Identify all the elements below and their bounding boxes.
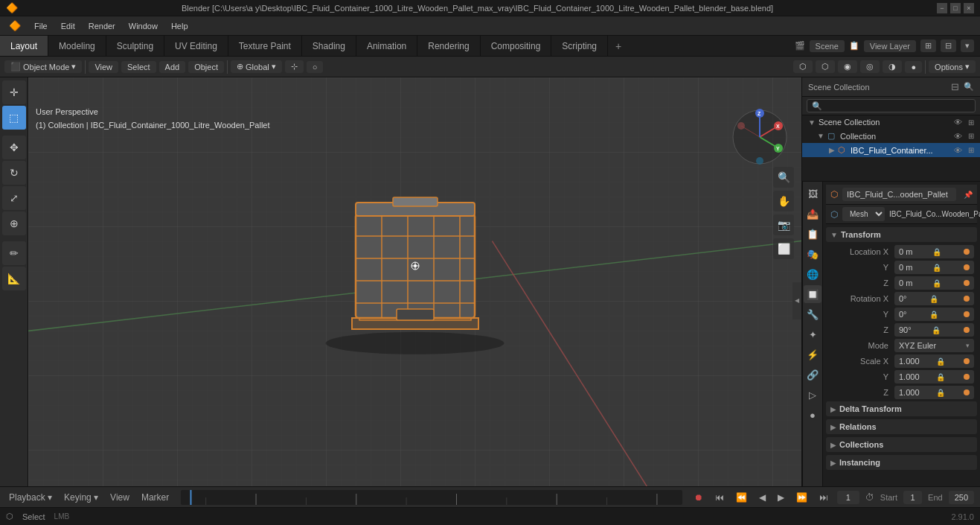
tab-rendering[interactable]: Rendering [417, 36, 480, 56]
shading-wireframe-button[interactable]: ◎ [860, 60, 880, 73]
rotation-y-keyframe[interactable] [964, 311, 970, 317]
navigation-gizmo[interactable]: X Y Z [730, 107, 790, 167]
object-pin-icon[interactable]: 📌 [964, 191, 973, 199]
obj-restrict-icon[interactable]: ⊞ [968, 146, 974, 154]
play-reverse-button[interactable]: ◀ [756, 491, 769, 504]
scale-z-keyframe[interactable] [964, 389, 970, 395]
current-frame-display[interactable]: 1 [837, 491, 859, 504]
scale-z-lock[interactable]: 🔒 [936, 389, 945, 397]
maximize-button[interactable]: □ [950, 3, 961, 13]
timeline-scrubber[interactable] [181, 490, 682, 505]
tab-shading[interactable]: Shading [302, 36, 356, 56]
gizmo-toggle-button[interactable]: ⬡ [793, 60, 813, 73]
jump-end-button[interactable]: ⏭ [816, 491, 831, 504]
collection-restrict-icon[interactable]: ⊞ [968, 132, 974, 140]
tab-uv-editing[interactable]: UV Editing [164, 36, 228, 56]
tab-compositing[interactable]: Compositing [481, 36, 552, 56]
snap-button[interactable]: ⊹ [285, 60, 304, 73]
scene-selector[interactable]: Scene [810, 40, 845, 52]
location-y-lock[interactable]: 🔒 [932, 264, 941, 272]
keying-menu-button[interactable]: Keying ▾ [61, 491, 101, 504]
transform-tool-button[interactable]: ⊕ [2, 211, 26, 235]
outliner-filter-button[interactable]: ⊟ [951, 81, 959, 92]
menu-help[interactable]: Help [165, 20, 194, 32]
collection-eye-icon[interactable]: 👁 [954, 132, 962, 141]
tab-add[interactable]: + [608, 36, 629, 56]
menu-blender[interactable]: 🔶 [3, 19, 27, 33]
add-menu-button[interactable]: Add [159, 61, 186, 73]
tab-modeling[interactable]: Modeling [48, 36, 106, 56]
material-props-icon[interactable]: ● [804, 406, 822, 424]
location-x-lock[interactable]: 🔒 [932, 248, 941, 256]
scene-collection-eye-icon[interactable]: 👁 [954, 118, 962, 127]
constraints-props-icon[interactable]: 🔗 [804, 366, 822, 384]
overlay-toggle-button[interactable]: ⬡ [816, 60, 835, 73]
scene-props-button[interactable]: ⊟ [941, 39, 956, 52]
location-x-keyframe[interactable] [964, 249, 970, 255]
shading-solid-button[interactable]: ◉ [838, 60, 857, 73]
location-z-keyframe[interactable] [964, 280, 970, 286]
data-props-icon[interactable]: ▷ [804, 386, 822, 404]
menu-window[interactable]: Window [123, 20, 164, 32]
physics-props-icon[interactable]: ⚡ [804, 346, 822, 363]
location-y-field[interactable]: 0 m 🔒 [894, 261, 974, 274]
tab-scripting[interactable]: Scripting [551, 36, 608, 56]
viewport-mode-button[interactable]: ⬛ Object Mode ▾ [4, 60, 82, 73]
play-button[interactable]: ▶ [775, 491, 787, 504]
scale-x-lock[interactable]: 🔒 [936, 357, 945, 366]
transform-global-button[interactable]: ⊕ Global ▾ [231, 60, 282, 73]
menu-edit[interactable]: Edit [55, 20, 81, 32]
rotation-z-keyframe[interactable] [964, 327, 970, 333]
scale-tool-button[interactable]: ⤢ [2, 186, 26, 210]
relations-header[interactable]: ▶ Relations [826, 419, 977, 434]
cursor-tool-button[interactable]: ✛ [2, 80, 26, 104]
rotation-z-lock[interactable]: 🔒 [932, 326, 941, 334]
select-box-button[interactable]: ⬚ [2, 106, 26, 130]
scene-collection-row[interactable]: ▼ Scene Collection 👁 ⊞ [802, 115, 980, 129]
end-frame-display[interactable]: 250 [949, 491, 974, 504]
close-button[interactable]: × [964, 3, 974, 13]
delta-transform-header[interactable]: ▶ Delta Transform [826, 401, 977, 416]
viewport[interactable]: User Perspective (1) Collection | IBC_Fl… [28, 77, 801, 486]
rotate-tool-button[interactable]: ↻ [2, 161, 26, 185]
tab-sculpting[interactable]: Sculpting [106, 36, 164, 56]
proportional-edit-button[interactable]: ○ [307, 61, 324, 73]
scene-collection-restrict-icon[interactable]: ⊞ [968, 118, 974, 127]
location-y-keyframe[interactable] [964, 264, 970, 270]
location-z-lock[interactable]: 🔒 [932, 279, 941, 287]
scene-props-icon[interactable]: 🎭 [804, 245, 822, 263]
scale-y-lock[interactable]: 🔒 [936, 373, 945, 381]
scale-z-field[interactable]: 1.000 🔒 [894, 386, 974, 399]
data-type-select[interactable]: Mesh [842, 207, 885, 221]
menu-file[interactable]: File [28, 20, 54, 32]
outliner-search-button[interactable]: 🔍 [964, 82, 974, 92]
object-name-field[interactable] [842, 188, 956, 201]
rotation-x-lock[interactable]: 🔒 [929, 295, 938, 303]
location-z-field[interactable]: 0 m 🔒 [894, 276, 974, 290]
output-props-icon[interactable]: 📤 [804, 205, 822, 223]
view-menu-button[interactable]: View [89, 61, 118, 73]
view-layer-selector[interactable]: View Layer [864, 40, 916, 52]
object-menu-button[interactable]: Object [188, 61, 224, 73]
collection-row[interactable]: ▼ ▢ Collection 👁 ⊞ [802, 129, 980, 143]
ibc-object-row[interactable]: ▶ ⬡ IBC_Fluid_Container... 👁 ⊞ [802, 143, 980, 157]
record-button[interactable]: ⏺ [691, 491, 706, 504]
outliner-search-input[interactable] [807, 99, 976, 112]
rotation-z-field[interactable]: 90° 🔒 [894, 323, 974, 337]
zoom-in-button[interactable]: 🔍 [773, 167, 794, 188]
scale-x-field[interactable]: 1.000 🔒 [894, 354, 974, 368]
render-props-button[interactable]: ⊞ [920, 39, 936, 52]
rotation-mode-field[interactable]: XYZ Euler ▾ [894, 339, 974, 352]
rotation-y-field[interactable]: 0° 🔒 [894, 308, 974, 321]
measure-tool-button[interactable]: 📐 [2, 267, 26, 290]
tab-layout[interactable]: Layout [0, 36, 48, 56]
scale-x-keyframe[interactable] [964, 358, 970, 364]
transform-section-header[interactable]: ▼ Transform [826, 227, 977, 242]
view-menu-button[interactable]: View [107, 491, 132, 504]
hand-tool-button[interactable]: ✋ [773, 191, 794, 211]
select-menu-button[interactable]: Select [121, 61, 156, 73]
modifier-props-icon[interactable]: 🔧 [804, 305, 822, 323]
camera-view-button[interactable]: 📷 [773, 214, 794, 235]
frame-jump-icon[interactable]: ⏱ [865, 492, 874, 503]
prev-keyframe-button[interactable]: ⏪ [733, 491, 750, 504]
